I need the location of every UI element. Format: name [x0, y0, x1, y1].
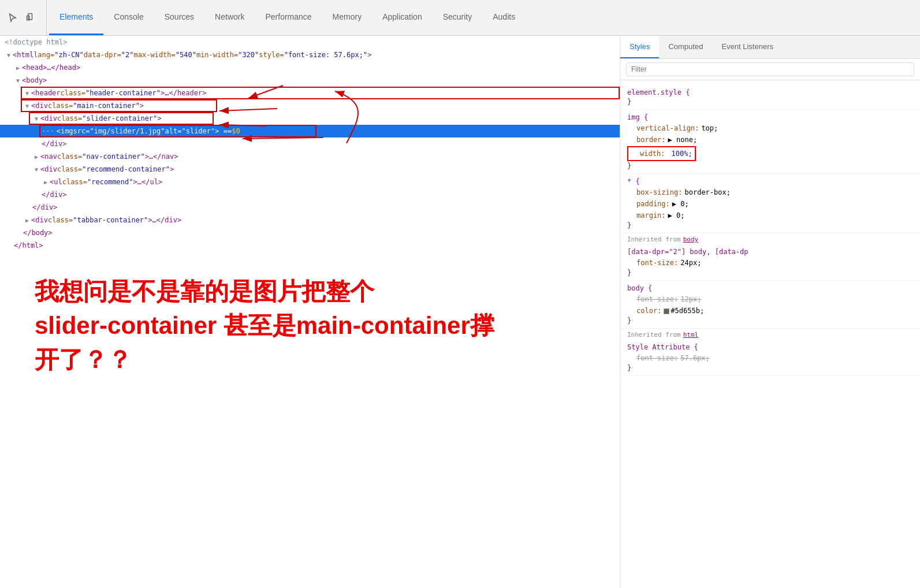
- tab-list: Elements Console Sources Network Perform…: [49, 0, 915, 35]
- tab-audits[interactable]: Audits: [482, 0, 526, 35]
- tab-sources[interactable]: Sources: [154, 0, 204, 35]
- dom-line[interactable]: ▶ <ul class="recommend">…</ul>: [0, 176, 620, 188]
- css-property-line: font-size: 12px;: [627, 293, 913, 305]
- dom-text: <div: [31, 216, 48, 224]
- css-property: box-sizing:: [636, 187, 682, 198]
- dom-line[interactable]: ▶ <head>…</head>: [0, 61, 620, 74]
- inherited-from-body: body: [683, 236, 699, 243]
- tab-memory[interactable]: Memory: [322, 0, 373, 35]
- device-icon[interactable]: [23, 10, 39, 26]
- tab-application[interactable]: Application: [372, 0, 433, 35]
- collapse-triangle[interactable]: ▼: [14, 77, 22, 84]
- filter-bar: [620, 59, 920, 80]
- css-property-line: font-size: 57.6px;: [627, 352, 913, 364]
- css-close: }: [627, 269, 913, 277]
- dom-text: <div: [40, 165, 57, 173]
- css-property: margin:: [636, 210, 666, 221]
- color-swatch[interactable]: [664, 308, 669, 314]
- css-highlight-box: width: 100%;: [627, 146, 696, 161]
- css-rule-style-attribute: Style Attribute { font-size: 57.6px; }: [620, 340, 920, 376]
- dom-tree[interactable]: <!doctype html> ▼ <html lang="zh-CN" dat…: [0, 36, 620, 252]
- css-selector: body {: [627, 284, 913, 292]
- dom-text: <div: [31, 102, 48, 110]
- dom-line-selected[interactable]: ··· <img src="img/slider/1.jpg" alt="sli…: [0, 125, 620, 137]
- css-selector: [data-dpr="2"] body, [data-dp: [627, 248, 913, 256]
- dom-text: <head>…</head>: [22, 64, 80, 72]
- css-value: 12px;: [680, 293, 701, 305]
- collapse-triangle[interactable]: ▼: [23, 90, 31, 96]
- collapse-triangle[interactable]: ▼: [5, 52, 13, 58]
- css-selector: element.style {: [627, 88, 913, 96]
- css-rule-img: img { vertical-align: top; border: ▶ non…: [620, 110, 920, 174]
- dom-line[interactable]: <!doctype html>: [0, 36, 620, 49]
- dom-text: </div>: [42, 191, 66, 199]
- css-value: 100%;: [672, 150, 692, 158]
- dom-text: <ul: [50, 178, 62, 186]
- css-close: }: [627, 98, 913, 106]
- tab-security[interactable]: Security: [433, 0, 483, 35]
- css-rule-body: body { font-size: 12px; color: #5d655b; …: [620, 281, 920, 329]
- dom-line[interactable]: </body>: [0, 226, 620, 239]
- tab-computed[interactable]: Computed: [659, 36, 712, 58]
- collapse-triangle[interactable]: ▶: [32, 154, 40, 160]
- tab-performance[interactable]: Performance: [255, 0, 322, 35]
- preview-area: 我想问是不是靠的是图片把整个 slider-container 甚至是main-…: [0, 252, 620, 588]
- dom-line[interactable]: </div>: [0, 137, 620, 150]
- css-property-line: border: ▶ none;: [627, 134, 913, 146]
- css-value: ▶ none;: [668, 134, 698, 146]
- cursor-icon[interactable]: [5, 10, 21, 26]
- dom-line[interactable]: ▼ <div class="recommend-container">: [0, 163, 620, 176]
- tab-network[interactable]: Network: [204, 0, 255, 35]
- css-close: }: [627, 221, 913, 229]
- css-property-line: vertical-align: top;: [627, 122, 913, 134]
- css-value: #5d655b;: [664, 305, 704, 317]
- dom-and-preview: <!doctype html> ▼ <html lang="zh-CN" dat…: [0, 36, 620, 588]
- collapse-triangle[interactable]: ▼: [23, 103, 31, 109]
- dom-line[interactable]: ▼ <html lang="zh-CN" data-dpr="2" max-wi…: [0, 49, 620, 61]
- styles-panel: Styles Computed Event Listeners element.…: [620, 36, 920, 588]
- css-rule-element-style: element.style { }: [620, 85, 920, 110]
- dom-line[interactable]: ▼ <body>: [0, 74, 620, 87]
- collapse-triangle[interactable]: ▶: [23, 217, 31, 224]
- dom-line[interactable]: ▼ <div class="slider-container">: [0, 112, 620, 125]
- tab-styles[interactable]: Styles: [620, 36, 659, 58]
- tab-console[interactable]: Console: [103, 0, 154, 35]
- css-value: border-box;: [684, 187, 730, 198]
- collapse-triangle[interactable]: ▼: [32, 166, 40, 173]
- dom-text: <html: [13, 51, 33, 59]
- css-value: 57.6px;: [680, 352, 710, 364]
- css-property: vertical-align:: [636, 122, 699, 134]
- collapse-triangle[interactable]: ▶: [14, 65, 22, 71]
- css-close: }: [627, 317, 913, 325]
- dom-line[interactable]: ▼ <header class="header-container">…</he…: [0, 87, 620, 99]
- dots-indicator: ···: [42, 127, 54, 135]
- filter-input[interactable]: [626, 62, 914, 76]
- css-property-line: font-size: 24px;: [627, 257, 913, 269]
- dom-line[interactable]: </html>: [0, 239, 620, 252]
- tab-elements[interactable]: Elements: [49, 0, 103, 35]
- collapse-triangle[interactable]: ▶: [42, 179, 50, 185]
- dom-text: <img: [57, 127, 73, 135]
- css-property-strikethrough: font-size:: [636, 293, 678, 305]
- dom-line[interactable]: ▶ <div class="tabbar-container">…</div>: [0, 214, 620, 226]
- css-property: border:: [636, 134, 666, 146]
- css-close: }: [627, 364, 913, 372]
- toolbar-icons: [5, 0, 47, 35]
- css-property-line: margin: ▶ 0;: [627, 210, 913, 221]
- dom-text: </body>: [23, 229, 53, 237]
- css-rule-dpr-body: [data-dpr="2"] body, [data-dp font-size:…: [620, 244, 920, 281]
- inherited-from-html: html: [683, 331, 699, 338]
- css-selector: * {: [627, 177, 913, 185]
- dom-line[interactable]: ▼ <div class="main-container">: [0, 99, 620, 112]
- dom-text: <body>: [22, 76, 47, 84]
- dom-line[interactable]: </div>: [0, 188, 620, 201]
- dom-line[interactable]: </div>: [0, 201, 620, 214]
- css-value: ▶ 0;: [668, 210, 685, 221]
- tab-event-listeners[interactable]: Event Listeners: [712, 36, 783, 58]
- css-selector: Style Attribute {: [627, 343, 913, 351]
- collapse-triangle[interactable]: ▼: [32, 116, 40, 122]
- css-property: font-size:: [636, 257, 678, 269]
- css-property-line-highlighted: width: 100%;: [627, 146, 913, 162]
- dom-line[interactable]: ▶ <nav class="nav-container">…</nav>: [0, 150, 620, 163]
- dom-text: </html>: [14, 241, 43, 250]
